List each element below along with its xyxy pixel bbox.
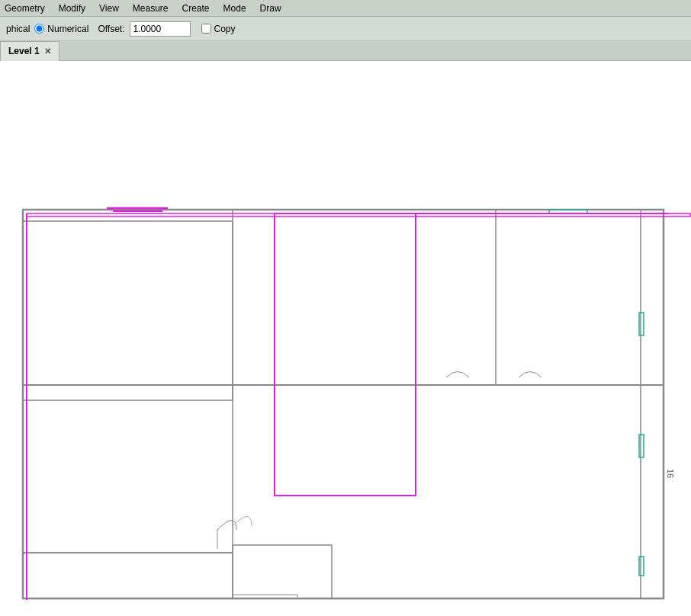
menu-view[interactable]: View <box>99 3 119 14</box>
menu-create[interactable]: Create <box>182 3 210 14</box>
svg-rect-12 <box>639 313 644 335</box>
menu-bar: Geometry Modify View Measure Create Mode… <box>0 0 691 17</box>
tab-bar: Level 1 ✕ <box>0 41 691 61</box>
svg-rect-1 <box>23 221 233 400</box>
drawing-canvas[interactable]: 16 <box>0 61 691 616</box>
tab-close-icon[interactable]: ✕ <box>44 47 51 56</box>
svg-rect-8 <box>233 545 332 598</box>
svg-rect-0 <box>23 210 664 598</box>
menu-geometry[interactable]: Geometry <box>5 3 45 14</box>
copy-checkbox[interactable] <box>201 24 211 34</box>
ruler-text: 16 <box>666 469 675 478</box>
tab-label: Level 1 <box>8 46 40 56</box>
svg-rect-7 <box>23 553 233 598</box>
copy-label: Copy <box>214 24 236 34</box>
graphical-label: phical <box>6 24 30 34</box>
copy-group: Copy <box>201 24 236 34</box>
svg-rect-21 <box>275 213 416 496</box>
menu-mode[interactable]: Mode <box>223 3 246 14</box>
floorplan-svg: 16 <box>0 61 691 616</box>
svg-rect-14 <box>639 557 644 576</box>
toolbar: phical Numerical Offset: Copy <box>0 17 691 41</box>
offset-label: Offset: <box>98 24 124 34</box>
numerical-radio-group: Numerical <box>34 24 88 34</box>
offset-input[interactable] <box>130 21 191 37</box>
numerical-label: Numerical <box>47 24 88 34</box>
tab-level1[interactable]: Level 1 ✕ <box>0 41 59 61</box>
menu-modify[interactable]: Modify <box>59 3 85 14</box>
svg-rect-13 <box>639 435 644 457</box>
numerical-radio[interactable] <box>34 24 44 34</box>
menu-draw[interactable]: Draw <box>260 3 281 14</box>
menu-measure[interactable]: Measure <box>133 3 169 14</box>
